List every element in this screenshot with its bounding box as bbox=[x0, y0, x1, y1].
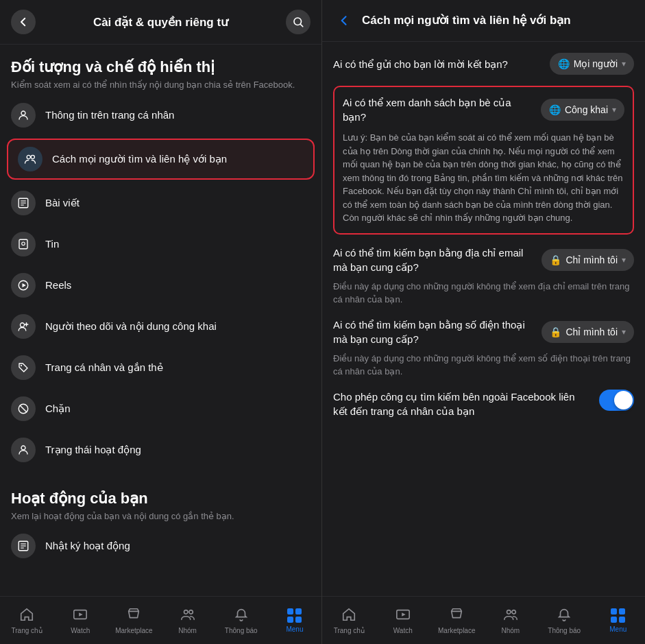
right-nav-marketplace[interactable]: Marketplace bbox=[430, 597, 484, 644]
display-section-header: Đối tượng và chế độ hiển thị Kiểm soát x… bbox=[0, 45, 321, 95]
menu-item-profile-info[interactable]: Thông tin trên trang cá nhân bbox=[0, 95, 321, 136]
right-nav-groups[interactable]: Nhóm bbox=[484, 597, 538, 644]
friend-list-row: Ai có thể xem danh sách bạn bè của bạn? … bbox=[343, 95, 624, 124]
profile-info-label: Thông tin trên trang cá nhân bbox=[45, 109, 174, 121]
svg-line-17 bbox=[20, 405, 27, 412]
search-button[interactable] bbox=[286, 10, 311, 34]
right-back-button[interactable] bbox=[333, 10, 355, 32]
stories-label: Tin bbox=[45, 238, 59, 250]
svg-point-12 bbox=[21, 322, 25, 326]
nav-menu-label: Menu bbox=[286, 625, 303, 633]
profile-tags-icon bbox=[11, 355, 36, 380]
activity-log-label: Nhật ký hoạt động bbox=[45, 540, 130, 552]
reels-label: Reels bbox=[45, 279, 71, 291]
right-nav-marketplace-label: Marketplace bbox=[438, 627, 475, 634]
left-header: Cài đặt & quyền riêng tư bbox=[0, 0, 321, 45]
left-content: Đối tượng và chế độ hiển thị Kiểm soát x… bbox=[0, 45, 321, 596]
menu-item-activity-status[interactable]: Trạng thái hoạt động bbox=[0, 429, 321, 470]
search-phone-btn[interactable]: 🔒 Chỉ mình tôi ▾ bbox=[541, 321, 634, 343]
right-bottom-nav: Trang chủ Watch Marketplace bbox=[322, 596, 645, 644]
nav-menu[interactable]: Menu bbox=[268, 597, 321, 644]
menu-item-reels[interactable]: Reels bbox=[0, 265, 321, 306]
left-panel: Cài đặt & quyền riêng tư Đối tượng và ch… bbox=[0, 0, 322, 644]
right-nav-menu-label: Menu bbox=[609, 625, 626, 633]
friend-request-btn[interactable]: 🌐 Mọi người ▾ bbox=[550, 53, 634, 75]
menu-item-profile-tags[interactable]: Trang cá nhân và gắn thẻ bbox=[0, 347, 321, 388]
friend-request-btn-label: Mọi người bbox=[574, 58, 618, 69]
activity-section-title: Hoạt động của bạn bbox=[11, 490, 311, 508]
right-watch-icon bbox=[395, 607, 411, 625]
menu-item-activity-log[interactable]: Nhật ký hoạt động bbox=[0, 525, 321, 567]
search-phone-btn-icon: 🔒 bbox=[550, 326, 561, 337]
friend-request-row: Ai có thể gửi cho bạn lời mời kết bạn? 🌐… bbox=[333, 53, 634, 75]
external-search-row: Cho phép công cụ tìm kiếm bên ngoài Face… bbox=[333, 390, 634, 418]
posts-label: Bài viết bbox=[45, 197, 80, 209]
friend-list-btn-icon: 🌐 bbox=[549, 104, 561, 115]
nav-marketplace[interactable]: Marketplace bbox=[107, 597, 160, 644]
right-panel: Cách mọi người tìm và liên hệ với bạn Ai… bbox=[322, 0, 645, 644]
right-nav-watch[interactable]: Watch bbox=[376, 597, 430, 644]
search-phone-description: Điều này áp dụng cho những người không t… bbox=[333, 352, 634, 379]
nav-home[interactable]: Trang chủ bbox=[0, 597, 53, 644]
svg-point-3 bbox=[31, 155, 34, 158]
home-icon bbox=[19, 607, 34, 625]
block-label: Chặn bbox=[45, 403, 71, 415]
nav-marketplace-label: Marketplace bbox=[115, 627, 152, 634]
svg-point-9 bbox=[22, 242, 25, 246]
svg-point-25 bbox=[184, 610, 188, 614]
svg-point-18 bbox=[21, 446, 25, 450]
search-phone-row: Ai có thể tìm kiếm bạn bằng số điện thoạ… bbox=[333, 318, 634, 346]
external-search-question: Cho phép công cụ tìm kiếm bên ngoài Face… bbox=[333, 390, 591, 418]
svg-point-1 bbox=[21, 111, 25, 115]
nav-watch[interactable]: Watch bbox=[53, 597, 107, 644]
search-phone-btn-label: Chỉ mình tôi bbox=[565, 326, 618, 337]
activity-status-icon bbox=[11, 438, 36, 462]
reels-icon bbox=[11, 273, 36, 298]
menu-item-block[interactable]: Chặn bbox=[0, 388, 321, 429]
search-email-description: Điều này áp dụng cho những người không t… bbox=[333, 280, 634, 307]
search-phone-chevron: ▾ bbox=[622, 327, 626, 337]
svg-rect-8 bbox=[19, 239, 27, 249]
activity-status-label: Trạng thái hoạt động bbox=[45, 444, 141, 456]
right-nav-home[interactable]: Trang chủ bbox=[322, 597, 376, 644]
right-header: Cách mọi người tìm và liên hệ với bạn bbox=[322, 0, 645, 42]
find-contact-icon bbox=[18, 147, 42, 171]
nav-home-label: Trang chủ bbox=[12, 627, 42, 634]
toggle-knob bbox=[614, 391, 633, 409]
friend-request-question: Ai có thể gửi cho bạn lời mời kết bạn? bbox=[333, 57, 543, 71]
menu-item-followers[interactable]: Người theo dõi và nội dung công khai bbox=[0, 306, 321, 347]
nav-groups-label: Nhóm bbox=[178, 627, 197, 634]
right-marketplace-icon bbox=[449, 607, 464, 625]
back-button[interactable] bbox=[11, 10, 36, 34]
right-nav-menu[interactable]: Menu bbox=[592, 597, 646, 644]
friend-list-question: Ai có thể xem danh sách bạn bè của bạn? bbox=[343, 95, 534, 124]
friend-list-box: Ai có thể xem danh sách bạn bè của bạn? … bbox=[333, 86, 634, 235]
profile-tags-label: Trang cá nhân và gắn thẻ bbox=[45, 361, 163, 374]
find-contact-label: Cách mọi người tìm và liên hệ với bạn bbox=[52, 153, 227, 165]
svg-point-15 bbox=[21, 364, 22, 366]
search-email-chevron: ▾ bbox=[622, 255, 626, 265]
search-email-btn-label: Chỉ mình tôi bbox=[565, 254, 618, 265]
svg-marker-11 bbox=[23, 283, 26, 287]
right-content: Ai có thể gửi cho bạn lời mời kết bạn? 🌐… bbox=[322, 42, 645, 596]
nav-watch-label: Watch bbox=[71, 627, 90, 634]
menu-item-posts[interactable]: Bài viết bbox=[0, 182, 321, 224]
menu-item-find-contact[interactable]: Cách mọi người tìm và liên hệ với bạn bbox=[7, 139, 315, 180]
nav-notifications-label: Thông báo bbox=[225, 627, 258, 634]
friend-list-btn[interactable]: 🌐 Công khai ▾ bbox=[541, 99, 624, 121]
nav-groups[interactable]: Nhóm bbox=[161, 597, 215, 644]
activity-section-subtitle: Xem lại hoạt động của bạn và nội dung có… bbox=[11, 510, 311, 523]
menu-item-stories[interactable]: Tin bbox=[0, 224, 321, 265]
display-section-subtitle: Kiểm soát xem ai có thể nhìn thấy nội du… bbox=[11, 79, 311, 91]
search-email-btn[interactable]: 🔒 Chỉ mình tôi ▾ bbox=[541, 249, 634, 271]
nav-notifications[interactable]: Thông báo bbox=[215, 597, 268, 644]
right-menu-icon bbox=[611, 608, 626, 623]
right-page-title: Cách mọi người tìm và liên hệ với bạn bbox=[362, 13, 571, 28]
right-nav-groups-label: Nhóm bbox=[501, 627, 520, 634]
posts-icon bbox=[11, 191, 36, 215]
external-search-toggle[interactable] bbox=[599, 390, 634, 411]
svg-point-30 bbox=[512, 610, 516, 614]
profile-info-icon bbox=[11, 103, 36, 128]
followers-icon bbox=[11, 314, 36, 339]
right-nav-notifications[interactable]: Thông báo bbox=[537, 597, 592, 644]
